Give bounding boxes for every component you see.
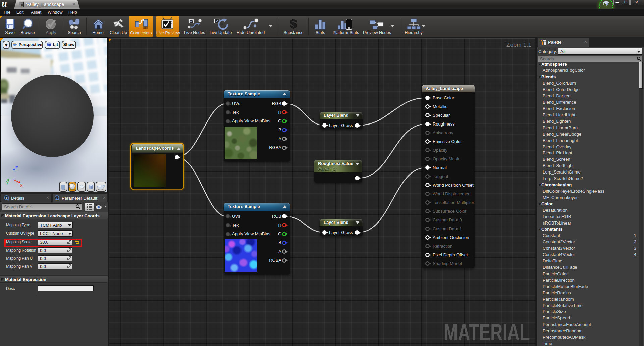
svg-text:X: X (20, 183, 23, 188)
svg-text:Z: Z (15, 166, 18, 170)
svg-text:Y: Y (6, 181, 9, 185)
